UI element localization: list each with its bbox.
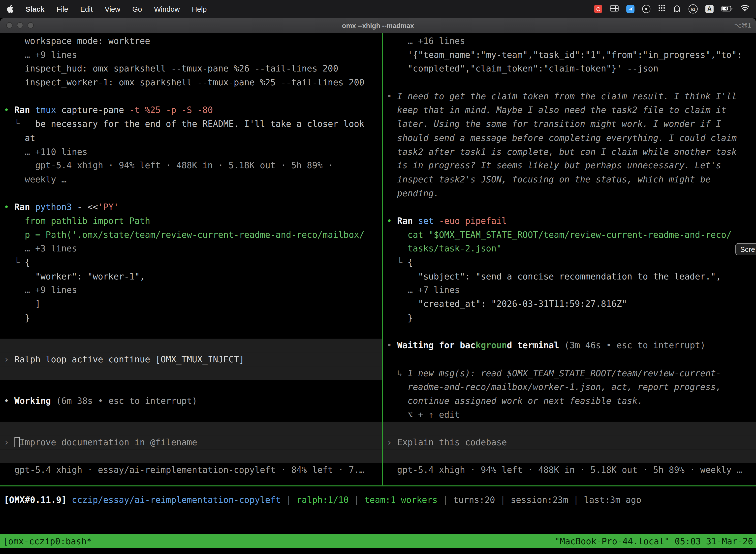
edge-tooltip: Scre: [736, 243, 756, 256]
tmux-pane-right[interactable]: … +16 lines '{"team_name":"my-team","tas…: [383, 33, 756, 485]
terminal-line: "worker": "worker-1",: [0, 270, 382, 283]
blue-app-icon[interactable]: [626, 5, 634, 13]
battery-charging-icon[interactable]: [721, 4, 733, 13]
left-input-row[interactable]: › Improve documentation in @filename: [0, 436, 382, 449]
tmux-pane-left[interactable]: workspace_mode: worktree … +9 lines insp…: [0, 33, 382, 485]
menu-edit[interactable]: Edit: [80, 5, 92, 13]
terminal-line: inspect_worker-1: omx sparkshell --tmux-…: [0, 76, 382, 90]
wifi-icon[interactable]: [741, 4, 749, 13]
terminal-line: pending.: [383, 186, 756, 200]
terminal-line: gpt-5.4 xhigh · 94% left · 488K in · 5.1…: [0, 159, 382, 173]
traffic-lights: [6, 22, 34, 28]
terminal-line: }: [0, 311, 382, 325]
terminal-line: └ be necessary for the end of the README…: [0, 117, 382, 131]
terminal-line: [383, 325, 756, 339]
terminal-line: • Waiting for background terminal (3m 46…: [383, 339, 756, 353]
omx-hud-status-line: [OMX#0.11.9] cczip/essay/ai-reimplementa…: [0, 493, 756, 507]
zoom-button[interactable]: [27, 22, 34, 28]
disc-icon[interactable]: [642, 5, 650, 13]
terminal-line: continue assigned work or next feasible …: [383, 394, 756, 408]
terminal-line: [0, 366, 382, 380]
menu-help[interactable]: Help: [192, 5, 207, 13]
terminal-line: is in progress? It seems likely but perh…: [383, 159, 756, 173]
terminal-line: [383, 353, 756, 367]
terminal-line: • Working (6m 38s • esc to interrupt): [0, 394, 382, 408]
terminal-line: • Ran tmux capture-pane -t %25 -p -S -80: [0, 104, 382, 117]
terminal-line: [0, 90, 382, 104]
terminal-line: inspect task2's JSON, focusing on the st…: [383, 173, 756, 187]
screen-recording-icon[interactable]: [594, 5, 602, 13]
terminal-line: … +9 lines: [0, 48, 382, 62]
tmux-horizontal-pane-divider[interactable]: [0, 486, 756, 487]
terminal-line: [383, 422, 756, 436]
terminal-line: at: [0, 131, 382, 145]
menu-file[interactable]: File: [57, 5, 68, 13]
terminal-line: ]: [0, 297, 382, 311]
terminal-line: gpt-5.4 xhigh · 94% left · 488K in · 5.1…: [383, 463, 756, 477]
terminal-line: inspect_hud: omx sparkshell --tmux-pane …: [0, 62, 382, 76]
terminal-line: from pathlib import Path: [0, 214, 382, 228]
terminal-line: └ {: [0, 256, 382, 270]
terminal-line: [383, 200, 756, 214]
window-title-bar: omx --xhigh --madmax ⌥⌘1: [0, 18, 756, 33]
right-input-row[interactable]: › Explain this codebase: [383, 436, 756, 449]
terminal-line: p = Path('.omx/state/team/review-current…: [0, 228, 382, 242]
terminal-line: task2 after task1 is complete, but can I…: [383, 145, 756, 159]
window-title: omx --xhigh --madmax: [342, 21, 414, 29]
terminal-line: '{"team_name":"my-team","task_id":"1","f…: [383, 48, 756, 62]
terminal-line: readme-and-reco/mailbox/worker-1.json, a…: [383, 380, 756, 394]
terminal-line: gpt-5.4 xhigh · essay/ai-reimplementatio…: [0, 463, 382, 477]
terminal-line: later. Using the same for transition mig…: [383, 117, 756, 131]
terminal-line: tasks/task-2.json": [383, 242, 756, 256]
apple-menu-icon[interactable]: [7, 5, 13, 13]
terminal-line: "completed","claim_token":"claim-token"}…: [383, 62, 756, 76]
active-app-menu[interactable]: Slack: [25, 5, 44, 13]
menu-view[interactable]: View: [105, 5, 120, 13]
tmux-status-bar: [omx-cczip0:bash* "MacBook-Pro-44.local"…: [0, 534, 756, 548]
terminal-line: [383, 76, 756, 90]
tmux-vertical-pane-divider[interactable]: [382, 33, 383, 485]
terminal-line: • Ran set -euo pipefail: [383, 214, 756, 228]
close-button[interactable]: [6, 22, 12, 28]
terminal-line: [0, 186, 382, 200]
terminal-line: weekly …: [0, 173, 382, 187]
left-composer-row[interactable]: › Ralph loop active continue [OMX_TMUX_I…: [0, 353, 382, 367]
dots-grid-icon[interactable]: [658, 4, 665, 13]
terminal-line: … +110 lines: [0, 145, 382, 159]
terminal-line: }: [383, 311, 756, 325]
battery-percentage-value: 61: [691, 6, 695, 11]
menu-go[interactable]: Go: [132, 5, 142, 13]
terminal-line: … +7 lines: [383, 283, 756, 297]
terminal-line: … +3 lines: [0, 242, 382, 256]
terminal-line: "subject": "send a concise recommendatio…: [383, 270, 756, 283]
terminal-line: [0, 339, 382, 353]
terminal-line: ⌥ + ↑ edit: [383, 408, 756, 422]
terminal-line: keep that in mind. Maybe I also need the…: [383, 104, 756, 117]
terminal-line: … +16 lines: [383, 34, 756, 48]
omx-hud-pane: [OMX#0.11.9] cczip/essay/ai-reimplementa…: [0, 486, 756, 534]
terminal-line: should send a message before completing …: [383, 131, 756, 145]
terminal-line: … +9 lines: [0, 283, 382, 297]
terminal-line: [0, 408, 382, 422]
terminal-line: "created_at": "2026-03-31T11:59:27.816Z": [383, 297, 756, 311]
terminal-line: [0, 380, 382, 394]
terminal-line: [383, 449, 756, 463]
tmux-host-clock: "MacBook-Pro-44.local" 05:03 31-Mar-26: [555, 536, 753, 546]
menu-window[interactable]: Window: [154, 5, 180, 13]
minimize-button[interactable]: [17, 22, 23, 28]
ghost-icon[interactable]: [673, 4, 681, 14]
terminal-line: workspace_mode: worktree: [0, 34, 382, 48]
input-source-icon[interactable]: A: [705, 5, 713, 13]
window-shortcut-badge: ⌥⌘1: [734, 18, 751, 33]
terminal-line: • Ran python3 - <<'PY': [0, 200, 382, 214]
menu-bar: Slack File Edit View Go Window Help 61: [0, 0, 756, 18]
battery-percentage-icon[interactable]: 61: [689, 4, 698, 13]
screen: Slack File Edit View Go Window Help 61: [0, 0, 756, 554]
grid-icon[interactable]: [610, 4, 619, 13]
terminal-line: [0, 422, 382, 436]
tmux-session-window: [omx-cczip0:bash*: [3, 536, 92, 546]
terminal-line: cat "$OMX_TEAM_STATE_ROOT/team/review-cu…: [383, 228, 756, 242]
terminal-line: [0, 325, 382, 339]
terminal-line: ↳ 1 new msg(s): read $OMX_TEAM_STATE_ROO…: [383, 366, 756, 380]
terminal-line: • I need to get the claim token from the…: [383, 90, 756, 104]
